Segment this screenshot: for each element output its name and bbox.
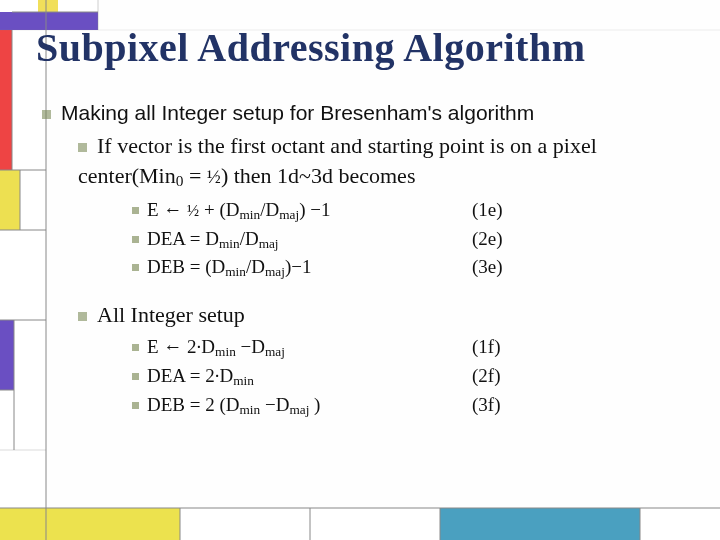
main-bullet-text: Making all Integer setup for Bresenham's…: [61, 101, 534, 124]
equation-2f: DEA = 2·Dmin (2f): [132, 362, 690, 391]
bullet-sub-1: If vector is the first octant and starti…: [78, 131, 690, 192]
eq-label: (3e): [472, 253, 503, 282]
equation-1e: E ← ½ + (Dmin/Dmaj) −1 (1e): [132, 196, 690, 225]
sub1-text: If vector is the first octant and starti…: [78, 133, 597, 188]
equation-2e: DEA = Dmin/Dmaj (2e): [132, 225, 690, 254]
square-bullet-icon: [132, 373, 139, 380]
slide-title: Subpixel Addressing Algorithm: [36, 24, 690, 71]
square-bullet-icon: [132, 402, 139, 409]
eq-label: (2f): [472, 362, 500, 391]
sub2-text: All Integer setup: [97, 302, 245, 327]
square-bullet-icon: [132, 264, 139, 271]
slide-content: Making all Integer setup for Bresenham's…: [42, 99, 690, 419]
eq-label: (1f): [472, 333, 500, 362]
bullet-sub-2: All Integer setup: [78, 300, 690, 330]
square-bullet-icon: [42, 110, 51, 119]
eq-label: (2e): [472, 225, 503, 254]
square-bullet-icon: [78, 143, 87, 152]
square-bullet-icon: [132, 236, 139, 243]
equation-3e: DEB = (Dmin/Dmaj)−1 (3e): [132, 253, 690, 282]
bullet-main: Making all Integer setup for Bresenham's…: [42, 99, 690, 127]
square-bullet-icon: [132, 344, 139, 351]
square-bullet-icon: [132, 207, 139, 214]
square-bullet-icon: [78, 312, 87, 321]
eq-label: (1e): [472, 196, 503, 225]
eq-label: (3f): [472, 391, 500, 420]
slide: Subpixel Addressing Algorithm Making all…: [0, 0, 720, 540]
equation-3f: DEB = 2 (Dmin −Dmaj ) (3f): [132, 391, 690, 420]
equation-1f: E ← 2·Dmin −Dmaj (1f): [132, 333, 690, 362]
